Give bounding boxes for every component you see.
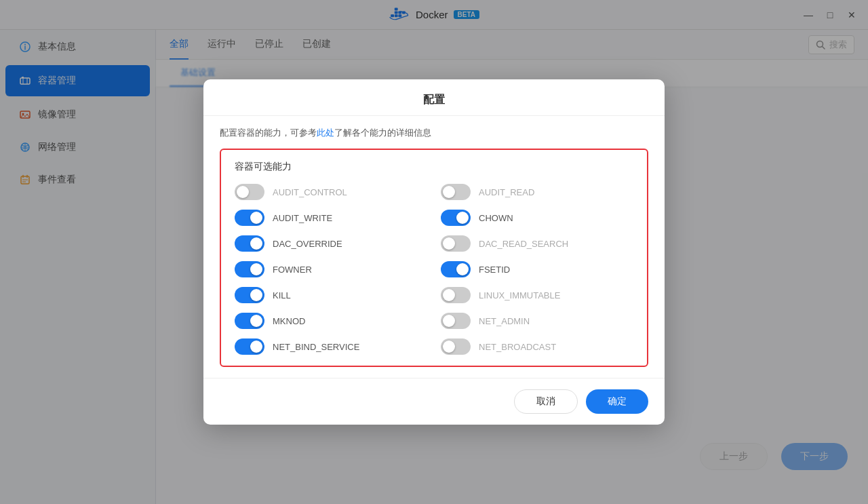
toggle-audit_write[interactable] (235, 210, 264, 226)
cap-label-dac_override: DAC_OVERRIDE (273, 239, 342, 249)
cap-item-dac_read_search: DAC_READ_SEARCH (441, 235, 633, 252)
toggle-audit_control[interactable] (235, 184, 264, 200)
dialog-body: 配置容器的能力，可参考此处了解各个能力的详细信息 容器可选能力 AUDIT_CO… (203, 116, 665, 378)
cap-label-audit_control: AUDIT_CONTROL (273, 187, 347, 197)
cap-label-net_broadcast: NET_BROADCAST (479, 342, 556, 352)
cap-item-linux_immutable: LINUX_IMMUTABLE (441, 287, 633, 303)
toggle-dac_override[interactable] (235, 235, 264, 252)
cap-label-kill: KILL (273, 290, 291, 301)
cap-label-net_bind_service: NET_BIND_SERVICE (273, 342, 359, 352)
cap-item-audit_control: AUDIT_CONTROL (235, 184, 427, 200)
capabilities-box: 容器可选能力 AUDIT_CONTROLAUDIT_READAUDIT_WRIT… (220, 149, 648, 367)
cap-label-audit_read: AUDIT_READ (479, 187, 534, 197)
cap-item-mknod: MKNOD (235, 313, 427, 329)
cap-item-kill: KILL (235, 287, 427, 303)
cap-label-net_admin: NET_ADMIN (479, 316, 530, 326)
toggle-linux_immutable[interactable] (441, 287, 471, 303)
cap-item-audit_write: AUDIT_WRITE (235, 210, 427, 226)
toggle-audit_read[interactable] (441, 184, 471, 200)
confirm-button[interactable]: 确定 (586, 389, 648, 414)
cap-item-chown: CHOWN (441, 210, 633, 226)
dialog-title: 配置 (423, 94, 445, 105)
toggle-net_bind_service[interactable] (235, 338, 264, 355)
toggle-kill[interactable] (235, 287, 264, 303)
cap-label-fsetid: FSETID (479, 265, 510, 275)
dialog-header: 配置 (203, 79, 665, 116)
cap-item-net_broadcast: NET_BROADCAST (441, 338, 633, 355)
dialog-link[interactable]: 此处 (317, 128, 334, 138)
capabilities-grid: AUDIT_CONTROLAUDIT_READAUDIT_WRITECHOWND… (235, 184, 633, 355)
toggle-mknod[interactable] (235, 313, 264, 329)
cap-item-net_bind_service: NET_BIND_SERVICE (235, 338, 427, 355)
capabilities-title: 容器可选能力 (235, 161, 633, 173)
cancel-button[interactable]: 取消 (514, 389, 578, 414)
dialog: 配置 配置容器的能力，可参考此处了解各个能力的详细信息 容器可选能力 AUDIT… (203, 79, 665, 425)
toggle-net_broadcast[interactable] (441, 338, 471, 355)
cap-label-fowner: FOWNER (273, 265, 312, 275)
cap-item-dac_override: DAC_OVERRIDE (235, 235, 427, 252)
toggle-fsetid[interactable] (441, 261, 471, 277)
toggle-net_admin[interactable] (441, 313, 471, 329)
cap-item-audit_read: AUDIT_READ (441, 184, 633, 200)
cap-item-fowner: FOWNER (235, 261, 427, 277)
toggle-fowner[interactable] (235, 261, 264, 277)
cap-label-audit_write: AUDIT_WRITE (273, 213, 332, 223)
toggle-dac_read_search[interactable] (441, 235, 471, 252)
cap-item-fsetid: FSETID (441, 261, 633, 277)
cap-label-linux_immutable: LINUX_IMMUTABLE (479, 290, 560, 301)
dialog-description: 配置容器的能力，可参考此处了解各个能力的详细信息 (220, 127, 648, 139)
cap-label-chown: CHOWN (479, 213, 513, 223)
toggle-chown[interactable] (441, 210, 471, 226)
cap-label-mknod: MKNOD (273, 316, 305, 326)
modal-overlay: 配置 配置容器的能力，可参考此处了解各个能力的详细信息 容器可选能力 AUDIT… (0, 0, 868, 504)
dialog-footer: 取消 确定 (203, 378, 665, 425)
cap-item-net_admin: NET_ADMIN (441, 313, 633, 329)
cap-label-dac_read_search: DAC_READ_SEARCH (479, 239, 568, 249)
